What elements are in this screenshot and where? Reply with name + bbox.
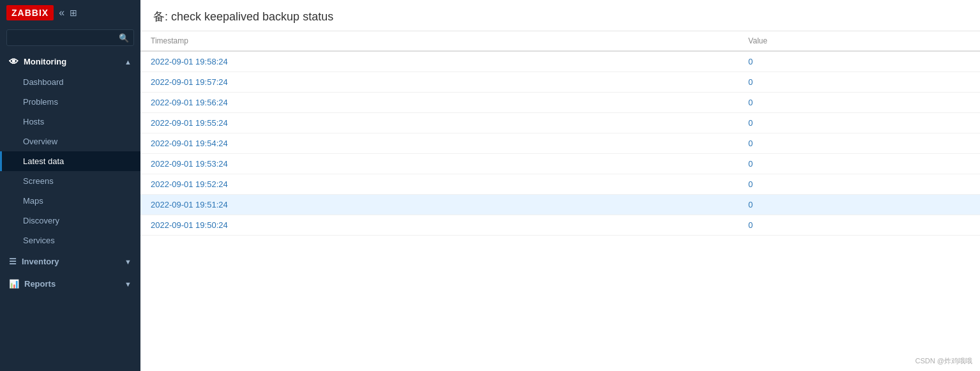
reports-label: Reports bbox=[24, 279, 56, 289]
grid-icon[interactable]: ⊞ bbox=[70, 8, 77, 18]
services-label: Services bbox=[23, 236, 55, 245]
table-row: 2022-09-01 19:57:240 bbox=[140, 72, 980, 93]
reports-section-header[interactable]: 📊 Reports ▼ bbox=[0, 273, 140, 295]
value-cell: 0 bbox=[738, 113, 980, 133]
table-row: 2022-09-01 19:54:240 bbox=[140, 133, 980, 154]
watermark: CSDN @炸鸡哦哦 bbox=[916, 356, 972, 366]
reports-chevron: ▼ bbox=[124, 280, 132, 288]
timestamp-cell: 2022-09-01 19:53:24 bbox=[140, 154, 738, 174]
sidebar-item-screens[interactable]: Screens bbox=[0, 171, 140, 191]
sidebar-item-services[interactable]: Services bbox=[0, 231, 140, 250]
table-row: 2022-09-01 19:56:240 bbox=[140, 93, 980, 113]
timestamp-cell: 2022-09-01 19:56:24 bbox=[140, 93, 738, 113]
timestamp-cell: 2022-09-01 19:55:24 bbox=[140, 113, 738, 133]
value-cell: 0 bbox=[738, 154, 980, 174]
value-cell: 0 bbox=[738, 72, 980, 93]
monitoring-icon: 👁 bbox=[9, 56, 19, 67]
page-header: 备: check keepalived backup status bbox=[140, 0, 980, 31]
sidebar-item-overview[interactable]: Overview bbox=[0, 132, 140, 151]
table-row: 2022-09-01 19:50:240 bbox=[140, 215, 980, 236]
overview-label: Overview bbox=[23, 137, 57, 146]
timestamp-cell: 2022-09-01 19:58:24 bbox=[140, 51, 738, 72]
inventory-label: Inventory bbox=[22, 257, 59, 266]
sidebar-item-latest-data[interactable]: Latest data bbox=[0, 151, 140, 171]
inventory-section-header[interactable]: ☰ Inventory ▼ bbox=[0, 250, 140, 273]
data-table: Timestamp Value 2022-09-01 19:58:2402022… bbox=[140, 31, 980, 371]
table-row: 2022-09-01 19:55:240 bbox=[140, 113, 980, 133]
timestamp-cell: 2022-09-01 19:50:24 bbox=[140, 215, 738, 236]
history-table: Timestamp Value 2022-09-01 19:58:2402022… bbox=[140, 31, 980, 236]
page-title: 备: check keepalived backup status bbox=[153, 10, 333, 23]
latest-data-label: Latest data bbox=[23, 156, 64, 166]
hosts-label: Hosts bbox=[23, 117, 44, 126]
timestamp-cell: 2022-09-01 19:54:24 bbox=[140, 133, 738, 154]
inventory-icon: ☰ bbox=[9, 257, 17, 266]
sidebar-item-dashboard[interactable]: Dashboard bbox=[0, 72, 140, 92]
table-body: 2022-09-01 19:58:2402022-09-01 19:57:240… bbox=[140, 51, 980, 236]
value-cell: 0 bbox=[738, 195, 980, 215]
reports-icon: 📊 bbox=[9, 279, 19, 289]
table-header: Timestamp Value bbox=[140, 31, 980, 51]
sidebar-item-discovery[interactable]: Discovery bbox=[0, 211, 140, 231]
collapse-icon[interactable]: « bbox=[59, 7, 64, 19]
screens-label: Screens bbox=[23, 176, 54, 186]
monitoring-label: Monitoring bbox=[24, 57, 66, 66]
dashboard-label: Dashboard bbox=[23, 77, 64, 87]
monitoring-section-header[interactable]: 👁 Monitoring ▲ bbox=[0, 50, 140, 72]
main-content: 备: check keepalived backup status Timest… bbox=[140, 0, 980, 371]
timestamp-column-header: Timestamp bbox=[140, 31, 738, 51]
timestamp-cell: 2022-09-01 19:52:24 bbox=[140, 174, 738, 195]
search-icon: 🔍 bbox=[119, 33, 129, 43]
sidebar-item-problems[interactable]: Problems bbox=[0, 92, 140, 112]
value-cell: 0 bbox=[738, 93, 980, 113]
search-input[interactable] bbox=[6, 29, 134, 46]
sidebar-item-hosts[interactable]: Hosts bbox=[0, 112, 140, 132]
problems-label: Problems bbox=[23, 97, 58, 107]
search-container: 🔍 bbox=[6, 29, 134, 46]
timestamp-cell: 2022-09-01 19:57:24 bbox=[140, 72, 738, 93]
table-row: 2022-09-01 19:51:240 bbox=[140, 195, 980, 215]
table-row: 2022-09-01 19:53:240 bbox=[140, 154, 980, 174]
table-row: 2022-09-01 19:58:240 bbox=[140, 51, 980, 72]
table-row: 2022-09-01 19:52:240 bbox=[140, 174, 980, 195]
monitoring-chevron: ▲ bbox=[124, 58, 132, 66]
sidebar-header: ZABBIX « ⊞ bbox=[0, 0, 140, 26]
value-column-header: Value bbox=[738, 31, 980, 51]
value-cell: 0 bbox=[738, 215, 980, 236]
inventory-chevron: ▼ bbox=[124, 258, 132, 266]
maps-label: Maps bbox=[23, 196, 43, 206]
timestamp-cell: 2022-09-01 19:51:24 bbox=[140, 195, 738, 215]
discovery-label: Discovery bbox=[23, 216, 59, 225]
sidebar-item-maps[interactable]: Maps bbox=[0, 191, 140, 211]
sidebar: ZABBIX « ⊞ 🔍 👁 Monitoring ▲ Dashboard Pr… bbox=[0, 0, 140, 371]
value-cell: 0 bbox=[738, 51, 980, 72]
value-cell: 0 bbox=[738, 133, 980, 154]
zabbix-logo: ZABBIX bbox=[6, 5, 54, 20]
value-cell: 0 bbox=[738, 174, 980, 195]
